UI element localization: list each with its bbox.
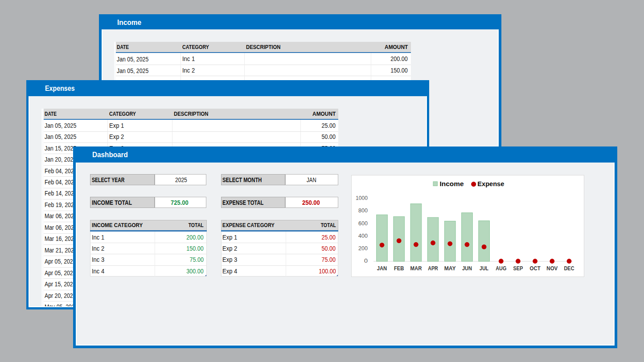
svg-text:800: 800 xyxy=(358,207,368,214)
svg-text:MAY: MAY xyxy=(444,265,456,272)
svg-text:APR: APR xyxy=(428,265,438,272)
svg-text:Income: Income xyxy=(440,180,464,187)
svg-text:OCT: OCT xyxy=(530,265,541,272)
svg-text:JUL: JUL xyxy=(480,265,488,272)
svg-text:0: 0 xyxy=(364,257,368,264)
svg-text:200: 200 xyxy=(358,245,368,252)
svg-text:AUG: AUG xyxy=(496,265,506,272)
svg-text:Expense: Expense xyxy=(477,180,504,187)
svg-text:400: 400 xyxy=(358,232,368,239)
svg-text:600: 600 xyxy=(358,220,368,226)
svg-text:FEB: FEB xyxy=(394,265,404,272)
svg-text:JAN: JAN xyxy=(377,265,387,272)
svg-text:SEP: SEP xyxy=(513,265,523,272)
svg-text:1000: 1000 xyxy=(356,194,368,201)
svg-text:MAR: MAR xyxy=(410,265,422,272)
svg-text:NOV: NOV xyxy=(546,265,558,272)
svg-text:DEC: DEC xyxy=(564,265,574,272)
svg-text:JUN: JUN xyxy=(462,265,472,272)
